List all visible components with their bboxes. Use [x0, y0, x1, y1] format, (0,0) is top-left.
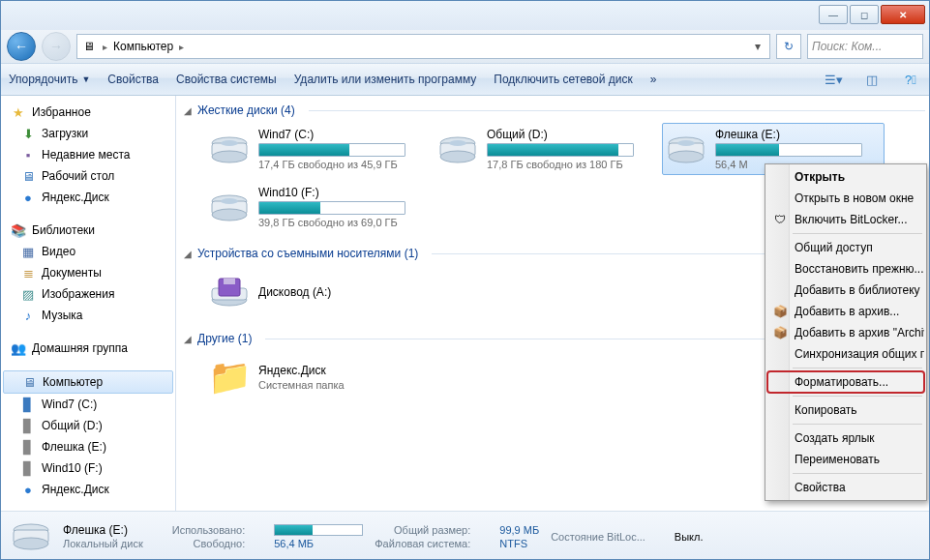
drive-name: Дисковод (A:)	[258, 285, 425, 299]
section-header-hdd[interactable]: ◢Жесткие диски (4)	[180, 102, 929, 119]
search-placeholder: Поиск: Ком...	[812, 40, 882, 53]
context-menu-item[interactable]: Открыть	[767, 166, 924, 188]
menu-item-label: Открыть в новом окне	[795, 192, 914, 205]
svg-point-10	[669, 151, 704, 162]
libraries-icon: 📚	[11, 222, 26, 238]
sidebar-computer[interactable]: 🖥Компьютер	[3, 370, 173, 394]
usage-bar	[258, 201, 405, 215]
navigation-pane: ★Избранное ⬇Загрузки▪Недавние места🖥Рабо…	[1, 96, 176, 511]
close-button[interactable]: ✕	[881, 5, 925, 24]
address-dropdown-icon[interactable]: ▾	[750, 40, 765, 53]
toolbar-overflow[interactable]: »	[650, 73, 657, 86]
menu-item-icon: 📦	[771, 324, 789, 341]
sidebar-library-1[interactable]: ≣Документы	[1, 262, 175, 283]
sidebar-homegroup[interactable]: 👥Домашняя группа	[1, 338, 175, 359]
back-button[interactable]: ←	[7, 32, 36, 61]
sidebar-item-label: Флешка (E:)	[42, 440, 106, 454]
computer-icon: 🖥	[21, 374, 37, 390]
context-menu-item[interactable]: 📦Добавить в архив "Archiv	[767, 322, 924, 343]
context-menu-item[interactable]: 🛡Включить BitLocker...	[767, 209, 924, 230]
sidebar-computer-item-1[interactable]: ▊Общий (D:)	[1, 415, 175, 436]
refresh-button[interactable]: ↻	[776, 34, 801, 59]
context-menu-item[interactable]: Добавить в библиотеку	[767, 280, 924, 301]
sidebar-favorite-1[interactable]: ▪Недавние места	[1, 144, 175, 165]
details-pane: Флешка (E:) Локальный диск Использовано:…	[1, 511, 929, 560]
status-fs-label: Файловая система:	[375, 538, 470, 549]
sidebar-item-label: Wind7 (C:)	[42, 398, 97, 411]
item-icon: ♪	[20, 308, 36, 323]
item-icon: ▦	[20, 244, 36, 259]
sidebar-library-0[interactable]: ▦Видео	[1, 241, 175, 262]
context-menu-item[interactable]: Общий доступ	[767, 237, 924, 258]
properties-button[interactable]: Свойства	[107, 73, 159, 86]
context-menu-item[interactable]: Свойства	[767, 477, 924, 498]
svg-point-7	[449, 140, 466, 146]
breadcrumb-location[interactable]: Компьютер	[113, 40, 173, 53]
uninstall-button[interactable]: Удалить или изменить программу	[294, 73, 477, 86]
status-free-label: Свободно:	[172, 538, 246, 549]
context-menu-item[interactable]: Переименовать	[767, 449, 924, 470]
sidebar-item-label: Видео	[42, 245, 75, 258]
context-menu-item[interactable]: Открыть в новом окне	[767, 188, 924, 209]
minimize-button[interactable]: —	[819, 5, 848, 24]
usage-bar	[715, 143, 862, 157]
sidebar-computer-item-2[interactable]: ▊Флешка (E:)	[1, 436, 175, 457]
folder-tile[interactable]: 📁Яндекс.ДискСистемная папка	[205, 351, 428, 403]
sidebar-favorite-3[interactable]: ●Яндекс.Диск	[1, 187, 175, 208]
sidebar-favorite-2[interactable]: 🖥Рабочий стол	[1, 165, 175, 187]
sidebar-item-label: Яндекс.Диск	[42, 191, 109, 204]
help-button[interactable]: ?⃝	[900, 69, 921, 90]
sidebar-library-2[interactable]: ▨Изображения	[1, 283, 175, 305]
usage-bar	[487, 143, 634, 157]
address-bar[interactable]: 🖥 ▸ Компьютер ▸ ▾	[76, 34, 770, 59]
sidebar-computer-item-0[interactable]: ▊Wind7 (C:)	[1, 394, 175, 415]
context-menu-item[interactable]: Копировать	[767, 399, 924, 421]
maximize-button[interactable]: ◻	[850, 5, 879, 24]
svg-rect-19	[224, 279, 235, 284]
status-bitlocker-value: Выкл.	[675, 531, 704, 543]
map-drive-button[interactable]: Подключить сетевой диск	[494, 73, 632, 86]
sidebar-library-3[interactable]: ♪Музыка	[1, 305, 175, 326]
menu-item-label: Общий доступ	[795, 241, 873, 254]
sidebar-favorites-header[interactable]: ★Избранное	[1, 102, 175, 123]
context-menu-item[interactable]: Восстановить прежню...	[767, 258, 924, 280]
breadcrumb-separator: ▸	[101, 42, 109, 52]
sidebar-computer-item-4[interactable]: ●Яндекс.Диск	[1, 479, 175, 500]
organize-button[interactable]: Упорядочить▼	[9, 73, 90, 86]
sidebar-libraries-header[interactable]: 📚Библиотеки	[1, 220, 175, 241]
context-menu-item[interactable]: Синхронизация общих п	[767, 343, 924, 365]
hard-drive-icon	[436, 128, 479, 170]
view-mode-button[interactable]: ☰▾	[823, 69, 844, 90]
item-icon: 🖥	[20, 168, 36, 184]
menu-item-label: Добавить в архив...	[795, 305, 899, 318]
status-drive-type: Локальный диск	[63, 538, 143, 549]
status-used-bar	[274, 523, 363, 536]
sidebar-item-label: Документы	[42, 266, 102, 280]
hard-drive-icon	[208, 128, 251, 170]
drive-free-text: 39,8 ГБ свободно из 69,0 ГБ	[258, 217, 425, 228]
drive-name: Wind10 (F:)	[258, 186, 425, 199]
sidebar-item-label: Рабочий стол	[42, 169, 114, 183]
drive-tile[interactable]: Общий (D:)17,8 ГБ свободно из 180 ГБ	[434, 123, 656, 175]
menu-item-label: Свойства	[795, 481, 846, 494]
context-menu-item[interactable]: Создать ярлык	[767, 427, 924, 449]
status-total-value: 99,9 МБ	[499, 524, 539, 536]
sidebar-favorite-0[interactable]: ⬇Загрузки	[1, 123, 175, 144]
floppy-tile[interactable]: Дисковод (A:)	[205, 266, 428, 318]
drive-tile[interactable]: Wind10 (F:)39,8 ГБ свободно из 69,0 ГБ	[205, 181, 428, 233]
menu-item-label: Форматировать...	[795, 375, 888, 389]
system-properties-button[interactable]: Свойства системы	[176, 73, 277, 86]
drive-tile[interactable]: Wind7 (C:)17,4 ГБ свободно из 45,9 ГБ	[205, 123, 428, 175]
context-menu-item[interactable]: Форматировать...	[767, 371, 924, 393]
menu-item-label: Копировать	[795, 403, 857, 417]
status-total-label: Общий размер:	[375, 524, 470, 536]
forward-button[interactable]: →	[42, 32, 71, 61]
navigation-bar: ← → 🖥 ▸ Компьютер ▸ ▾ ↻ Поиск: Ком...	[1, 30, 929, 63]
search-input[interactable]: Поиск: Ком...	[807, 34, 923, 59]
sidebar-computer-item-3[interactable]: ▊Wind10 (F:)	[1, 457, 175, 479]
menu-item-label: Создать ярлык	[795, 431, 875, 445]
star-icon: ★	[11, 104, 26, 120]
context-menu-item[interactable]: 📦Добавить в архив...	[767, 301, 924, 322]
sidebar-item-label: Недавние места	[42, 148, 130, 162]
preview-pane-button[interactable]: ◫	[861, 69, 883, 90]
